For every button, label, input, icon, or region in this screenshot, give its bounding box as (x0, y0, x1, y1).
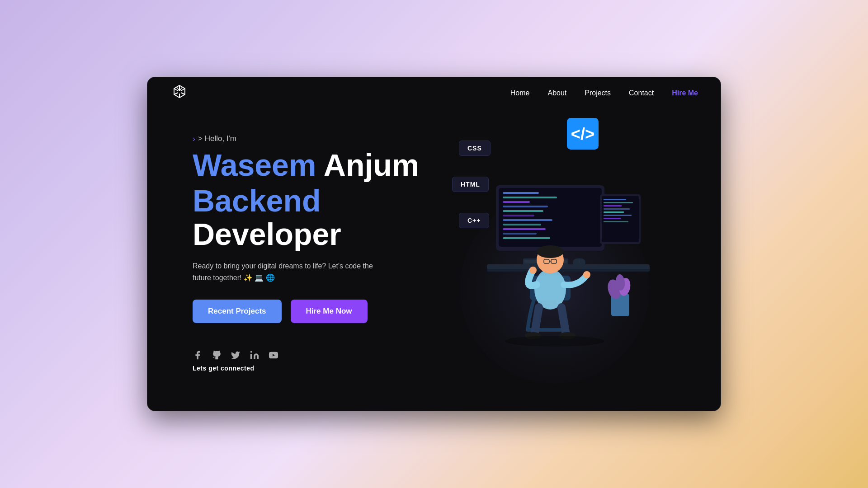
nav-item-contact[interactable]: Contact (629, 89, 654, 97)
social-label: Lets get connected (193, 365, 434, 372)
css-tag: CSS (459, 141, 491, 156)
nav-item-projects[interactable]: Projects (585, 89, 611, 97)
html-tag: HTML (452, 177, 489, 192)
svg-rect-28 (604, 221, 628, 222)
arrow-icon: › (193, 134, 195, 144)
vscode-icon: </> (567, 118, 599, 150)
hero-role-rest: Developer (193, 217, 341, 251)
svg-rect-9 (503, 197, 557, 198)
navbar: Home About Projects Contact Hire Me (147, 77, 721, 109)
github-icon[interactable] (212, 350, 222, 360)
recent-projects-button[interactable]: Recent Projects (193, 300, 282, 323)
hero-greeting: › > Hello, I'm (193, 134, 434, 144)
svg-point-51 (505, 336, 604, 347)
svg-rect-21 (604, 199, 626, 200)
svg-rect-23 (604, 205, 622, 206)
svg-rect-16 (503, 228, 546, 230)
hero-description: Ready to bring your digital dreams to li… (193, 260, 382, 283)
hero-left: › > Hello, I'm Waseem Anjum Backend Deve… (193, 116, 434, 372)
svg-rect-17 (503, 233, 537, 235)
svg-rect-25 (604, 211, 624, 213)
browser-window: Home About Projects Contact Hire Me › > … (147, 77, 721, 411)
hero-section: › > Hello, I'm Waseem Anjum Backend Deve… (147, 77, 721, 411)
nav-links: Home About Projects Contact Hire Me (510, 89, 698, 97)
svg-rect-13 (503, 215, 534, 216)
svg-rect-12 (503, 210, 543, 212)
hero-buttons: Recent Projects Hire Me Now (193, 300, 434, 323)
svg-rect-30 (487, 269, 650, 272)
svg-point-37 (529, 267, 537, 274)
svg-rect-11 (503, 206, 548, 207)
hero-name: Waseem Anjum (193, 148, 434, 182)
social-icons (193, 350, 434, 360)
svg-rect-34 (579, 258, 580, 263)
svg-point-38 (583, 271, 590, 278)
svg-text:</>: </> (571, 125, 595, 143)
nav-item-hire-me[interactable]: Hire Me (672, 89, 698, 97)
facebook-icon[interactable] (193, 350, 203, 360)
cpp-tag: C++ (459, 213, 489, 228)
social-section: Lets get connected (193, 350, 434, 372)
hero-last-name: Anjum (324, 148, 420, 182)
hero-right: CSS HTML C++ </> (434, 77, 675, 411)
nav-item-home[interactable]: Home (510, 89, 530, 97)
svg-rect-26 (604, 215, 632, 216)
svg-rect-27 (604, 218, 621, 219)
hero-role: Backend Developer (193, 184, 434, 252)
svg-rect-14 (503, 219, 552, 221)
svg-rect-8 (503, 192, 539, 194)
logo[interactable] (170, 83, 189, 103)
hero-role-highlight: Backend (193, 183, 321, 218)
svg-rect-10 (503, 201, 530, 203)
svg-rect-24 (604, 208, 630, 210)
svg-rect-18 (503, 237, 550, 239)
svg-rect-15 (503, 224, 541, 225)
linkedin-icon[interactable] (250, 350, 259, 360)
twitter-icon[interactable] (231, 350, 241, 360)
svg-point-0 (250, 351, 252, 353)
nav-item-about[interactable]: About (547, 89, 566, 97)
svg-rect-41 (537, 249, 564, 254)
hire-me-now-button[interactable]: Hire Me Now (291, 300, 368, 323)
svg-rect-22 (604, 202, 633, 203)
youtube-icon[interactable] (269, 350, 278, 360)
hero-first-name: Waseem (193, 148, 316, 182)
